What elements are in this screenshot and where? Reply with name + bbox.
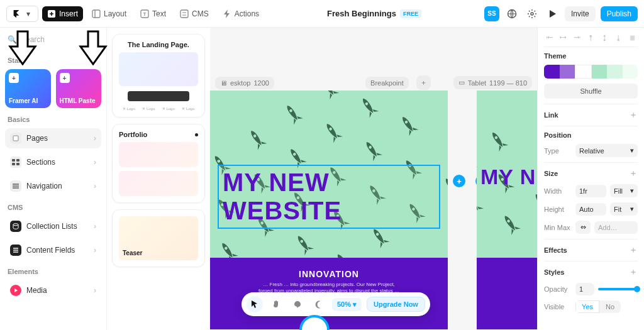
height-label: Height	[544, 206, 572, 213]
breakpoint-add[interactable]: ＋	[416, 75, 431, 90]
dot-icon	[195, 133, 198, 136]
zoom-control[interactable]: 50%▾	[332, 298, 362, 311]
sidebar-item-pages[interactable]: Pages ›	[5, 128, 101, 148]
add-style-icon[interactable]: ＋	[629, 267, 638, 278]
section-cms: CMS	[5, 200, 101, 212]
layout-button[interactable]: Layout	[87, 6, 131, 21]
invite-button[interactable]: Invite	[565, 6, 596, 21]
template-hero-preview	[119, 52, 198, 86]
globe-icon[interactable]	[504, 6, 519, 21]
add-link-icon[interactable]: ＋	[629, 109, 638, 121]
framer-menu[interactable]: ▾	[6, 6, 38, 22]
text-label: Text	[152, 9, 166, 18]
svg-rect-5	[180, 10, 188, 18]
template-slabs	[119, 142, 198, 196]
minmax-lock[interactable]: ⇔	[575, 221, 591, 234]
hand-tool[interactable]	[268, 296, 284, 312]
sidebar-item-collections[interactable]: Collection Lists ›	[5, 216, 101, 236]
width-input[interactable]: 1fr	[575, 185, 606, 197]
opacity-slider[interactable]	[598, 288, 638, 290]
alignment-row: ⭰ ⭤ ⭲ ⭱ ⭥ ⭳ ≣	[544, 33, 638, 47]
swatch[interactable]	[575, 65, 592, 79]
align-right-icon[interactable]: ⭲	[572, 33, 582, 43]
cms-button[interactable]: CMS	[175, 6, 214, 21]
actions-label: Actions	[235, 9, 259, 18]
canvas[interactable]: 🖥 esktop 1200 Breakpoint ＋ ▭ Tablet 1199…	[210, 28, 537, 330]
plus-icon: +	[60, 73, 70, 83]
svg-text:T: T	[143, 11, 147, 17]
template-portfolio[interactable]: Portfolio	[112, 124, 205, 203]
add-size-icon[interactable]: ＋	[629, 168, 638, 179]
align-center-h-icon[interactable]: ⭤	[558, 33, 568, 43]
project-title[interactable]: Fresh Beginnings FREE	[268, 9, 480, 18]
sidebar-item-label: Content Fields	[26, 246, 75, 255]
height-input[interactable]: Auto	[575, 203, 606, 216]
sidebar-item-label: Sections	[26, 158, 55, 167]
sidebar-item-label: Navigation	[26, 182, 62, 190]
visible-no[interactable]: No	[599, 300, 621, 313]
play-icon[interactable]	[545, 6, 560, 21]
insert-button[interactable]: Insert	[42, 6, 83, 21]
headline-tablet[interactable]: MY NE	[480, 165, 537, 189]
chevron-right-icon: ›	[94, 182, 96, 190]
swatch[interactable]	[623, 65, 638, 79]
opacity-input[interactable]: 1	[575, 283, 594, 295]
frame-tablet[interactable]: MY NE	[477, 91, 537, 329]
breakpoint-tablet[interactable]: ▭ Tablet 1199 — 810	[453, 76, 532, 89]
align-bottom-icon[interactable]: ⭳	[614, 33, 624, 43]
text-button[interactable]: T Text	[135, 6, 171, 21]
sidebar-item-sections[interactable]: Sections ›	[5, 152, 101, 172]
gear-icon[interactable]	[525, 6, 540, 21]
layout-label: Layout	[104, 9, 126, 18]
chevron-down-icon: ▾	[630, 187, 634, 195]
cursor-tool[interactable]	[247, 296, 263, 312]
distribute-icon[interactable]: ≣	[628, 33, 638, 43]
position-type-select[interactable]: Relative▾	[575, 144, 638, 157]
swatch[interactable]	[544, 65, 560, 79]
swatch[interactable]	[592, 65, 608, 79]
swatch[interactable]	[607, 65, 623, 79]
selected-headline[interactable]: MY NEW WEBSITE	[218, 165, 440, 229]
actions-button[interactable]: Actions	[218, 6, 264, 21]
template-panel: The Landing Page. ✕ Logo ✕ Logo ✕ Logo ✕…	[107, 28, 210, 330]
start-ai-label: Framer AI	[9, 97, 47, 104]
sidebar-item-content-fields[interactable]: Content Fields ›	[5, 240, 101, 260]
dark-mode-tool[interactable]	[311, 296, 327, 312]
visible-yes[interactable]: Yes	[575, 300, 599, 313]
breakpoint-desktop[interactable]: 🖥 esktop 1200	[215, 77, 274, 89]
chevron-right-icon: ›	[94, 286, 96, 295]
width-mode-select[interactable]: Fill▾	[610, 184, 638, 197]
swatch[interactable]	[560, 65, 575, 79]
align-left-icon[interactable]: ⭰	[544, 33, 554, 43]
upgrade-button[interactable]: Upgrade Now	[367, 297, 425, 312]
publish-button[interactable]: Publish	[601, 6, 638, 21]
align-top-icon[interactable]: ⭱	[586, 33, 596, 43]
purple-section[interactable]	[477, 258, 537, 329]
start-framer-ai[interactable]: + Framer AI	[5, 69, 51, 108]
add-element-handle[interactable]: +	[453, 175, 465, 187]
template-teaser[interactable]: Teaser	[112, 209, 205, 267]
template-title: Teaser	[123, 250, 143, 256]
comment-tool[interactable]	[289, 296, 306, 312]
shuffle-button[interactable]: Shuffle	[544, 84, 638, 99]
visible-segment[interactable]: Yes No	[575, 300, 621, 313]
sidebar-item-media[interactable]: Media ›	[5, 280, 101, 300]
user-avatar[interactable]: SS	[484, 6, 499, 21]
height-mode-select[interactable]: Fit▾	[610, 202, 638, 216]
breakpoint-label[interactable]: Breakpoint	[365, 77, 409, 89]
pages-icon	[10, 133, 21, 144]
navigation-icon	[10, 180, 21, 192]
chevron-down-icon: ▾	[353, 300, 357, 309]
template-text-preview	[128, 91, 189, 101]
theme-swatches[interactable]	[544, 65, 638, 79]
plus-icon	[47, 9, 56, 18]
start-html-paste[interactable]: + HTML Paste	[56, 69, 102, 108]
search-input[interactable]: 🔍 Search	[5, 34, 101, 49]
minmax-input[interactable]: Add…	[594, 221, 638, 234]
align-center-v-icon[interactable]: ⭥	[600, 33, 610, 43]
template-landing[interactable]: The Landing Page. ✕ Logo ✕ Logo ✕ Logo ✕…	[112, 34, 205, 118]
svg-rect-12	[16, 159, 19, 162]
sidebar-item-navigation[interactable]: Navigation ›	[5, 176, 101, 196]
add-effect-icon[interactable]: ＋	[629, 245, 638, 256]
svg-rect-14	[16, 163, 19, 165]
